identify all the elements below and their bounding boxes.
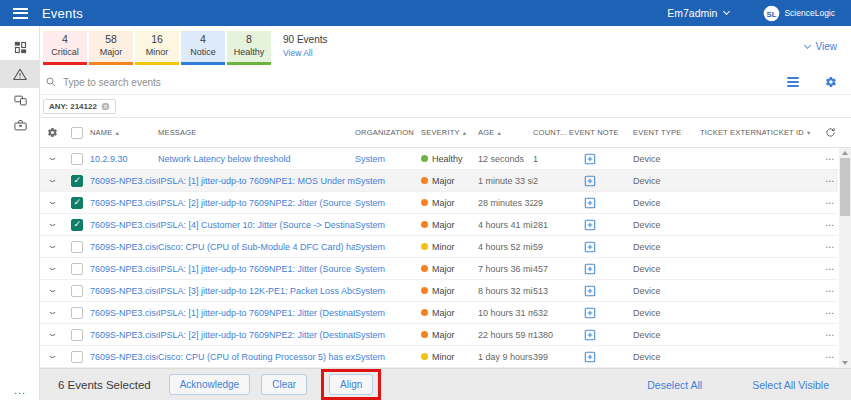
row-actions-button[interactable]: ⋯ [822,198,838,208]
add-note-icon[interactable] [584,219,596,231]
row-expand-chevron-icon[interactable] [48,356,55,358]
event-message-link[interactable]: Cisco: CPU (CPU of Sub-Module 4 DFC Card… [158,242,355,252]
acknowledge-button[interactable]: Acknowledge [169,374,250,395]
severity-tile[interactable]: 4 Notice [181,31,225,65]
row-expand-chevron-icon[interactable] [48,268,55,270]
row-expand-chevron-icon[interactable] [48,290,55,292]
event-message-link[interactable]: Cisco: CPU (CPU of Routing Processor 5) … [158,352,355,362]
table-row[interactable]: 7609S-NPE3.cisco.con IPSLA: [2] jitter-u… [40,192,838,214]
column-header[interactable]: COUNT... [533,128,569,137]
table-row[interactable]: 7609S-NPE3.cisco.con Cisco: CPU (CPU of … [40,236,838,258]
row-checkbox[interactable] [71,285,83,297]
row-checkbox[interactable] [71,351,83,363]
row-actions-button[interactable]: ⋯ [822,176,838,186]
add-note-icon[interactable] [584,329,596,341]
row-checkbox[interactable] [71,241,83,253]
sidebar-more-button[interactable]: ... [0,384,40,396]
event-name-link[interactable]: 7609S-NPE3.cisco.con [90,220,158,230]
severity-tile[interactable]: 8 Healthy [227,31,271,65]
column-header[interactable]: NAME ▴ [90,128,158,137]
add-note-icon[interactable] [584,307,596,319]
table-row[interactable]: 7609S-NPE3.cisco.con IPSLA: [1] jitter-u… [40,258,838,280]
add-note-icon[interactable] [584,285,596,297]
event-name-link[interactable]: 7609S-NPE3.cisco.con [90,308,158,318]
row-expand-chevron-icon[interactable] [48,312,55,314]
organization-link[interactable]: System [355,264,421,274]
vertical-scrollbar[interactable] [839,148,851,368]
column-header[interactable]: TICKET ID ▾ [766,128,822,137]
row-actions-button[interactable]: ⋯ [822,154,838,164]
column-header[interactable]: EVENT TYPE [633,128,700,137]
event-message-link[interactable]: Network Latency below threshold [158,154,355,164]
column-header[interactable]: AGE ▴ [478,128,533,137]
organization-link[interactable]: System [355,220,421,230]
column-header[interactable]: ORGANIZATION [355,128,421,137]
scrollbar-thumb[interactable] [840,158,850,216]
row-expand-chevron-icon[interactable] [48,334,55,336]
row-checkbox[interactable] [71,219,83,231]
row-actions-button[interactable]: ⋯ [822,330,838,340]
refresh-icon[interactable] [822,127,838,138]
organization-link[interactable]: System [355,154,421,164]
row-expand-chevron-icon[interactable] [48,180,55,182]
row-actions-button[interactable]: ⋯ [822,352,838,362]
table-row[interactable]: 7609S-NPE3.cisco.con IPSLA: [1] jitter-u… [40,170,838,192]
row-expand-chevron-icon[interactable] [48,224,55,226]
select-all-visible-link[interactable]: Select All Visible [752,379,829,391]
event-message-link[interactable]: IPSLA: [1] jitter-udp-to 7609NPE1: Jitte… [158,264,355,274]
column-header[interactable]: MESSAGE [158,128,355,137]
table-row[interactable]: 7609S-NPE3.cisco.con IPSLA: [1] jitter-u… [40,302,838,324]
row-checkbox[interactable] [71,153,83,165]
column-header[interactable]: SEVERITY ▴ [421,128,478,137]
row-actions-button[interactable]: ⋯ [822,264,838,274]
row-expand-chevron-icon[interactable] [48,202,55,204]
view-dropdown[interactable]: View [805,41,838,52]
organization-link[interactable]: System [355,308,421,318]
event-message-link[interactable]: IPSLA: [3] jitter-udp-to 12K-PE1: Packet… [158,286,355,296]
event-message-link[interactable]: IPSLA: [4] Customer 10: Jitter (Source -… [158,220,355,230]
add-note-icon[interactable] [584,263,596,275]
deselect-all-link[interactable]: Deselect All [647,379,702,391]
event-message-link[interactable]: IPSLA: [2] jitter-udp-to 7609NPE2: Jitte… [158,330,355,340]
table-row[interactable]: 7609S-NPE3.cisco.con IPSLA: [4] Customer… [40,214,838,236]
add-note-icon[interactable] [584,153,596,165]
scroll-up-arrow-icon[interactable] [842,151,848,155]
event-name-link[interactable]: 7609S-NPE3.cisco.con [90,286,158,296]
column-settings-gear-icon[interactable] [40,127,64,138]
event-name-link[interactable]: 7609S-NPE3.cisco.con [90,352,158,362]
row-expand-chevron-icon[interactable] [48,246,55,248]
organization-link[interactable]: System [355,286,421,296]
chip-close-icon[interactable] [101,102,110,111]
list-options-icon[interactable] [787,77,799,87]
row-actions-button[interactable]: ⋯ [822,308,838,318]
severity-tile[interactable]: 4 Critical [43,31,87,65]
organization-link[interactable]: System [355,352,421,362]
clear-button[interactable]: Clear [261,374,307,395]
menu-icon[interactable] [0,8,40,19]
severity-tile[interactable]: 16 Minor [135,31,179,65]
column-header[interactable]: TICKET EXTERNAL R... [700,128,766,137]
event-name-link[interactable]: 7609S-NPE3.cisco.con [90,330,158,340]
add-note-icon[interactable] [584,175,596,187]
row-actions-button[interactable]: ⋯ [822,220,838,230]
search-settings-gear-icon[interactable] [825,76,837,88]
search-input[interactable] [63,77,787,88]
organization-link[interactable]: System [355,330,421,340]
event-name-link[interactable]: 7609S-NPE3.cisco.con [90,198,158,208]
add-note-icon[interactable] [584,197,596,209]
row-checkbox[interactable] [71,263,83,275]
event-name-link[interactable]: 7609S-NPE3.cisco.con [90,264,158,274]
add-note-icon[interactable] [584,351,596,363]
event-name-link[interactable]: 10.2.9.30 [90,154,158,164]
table-row[interactable]: 7609S-NPE3.cisco.con IPSLA: [3] jitter-u… [40,280,838,302]
row-actions-button[interactable]: ⋯ [822,286,838,296]
event-message-link[interactable]: IPSLA: [2] jitter-udp-to 7609NPE2: Jitte… [158,198,355,208]
view-all-link[interactable]: View All [283,47,327,59]
row-checkbox[interactable] [71,175,83,187]
sidebar-item-events[interactable] [0,60,40,88]
select-all-checkbox[interactable] [71,127,83,139]
row-checkbox[interactable] [71,307,83,319]
event-message-link[interactable]: IPSLA: [1] jitter-udp-to 7609NPE1: MOS U… [158,176,355,186]
row-actions-button[interactable]: ⋯ [822,242,838,252]
event-message-link[interactable]: IPSLA: [1] jitter-udp-to 7609NPE1: Jitte… [158,308,355,318]
